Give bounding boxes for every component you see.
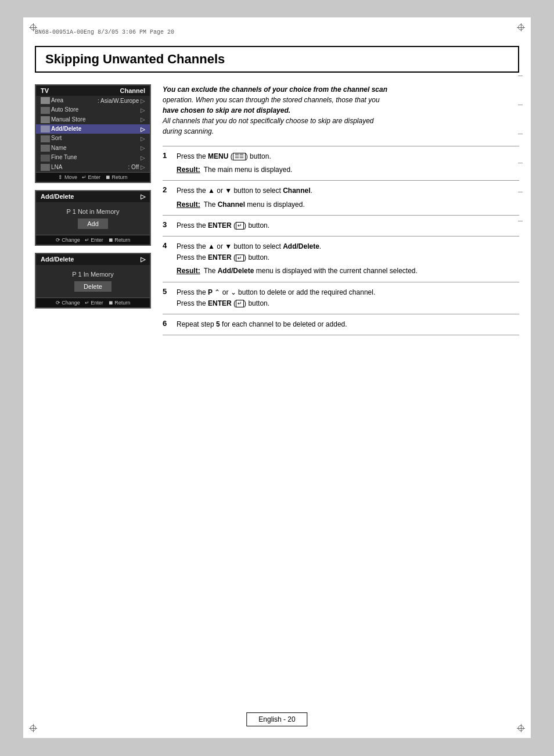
step-2-content: Press the ▲ or ▼ button to select Channe… xyxy=(177,181,519,215)
sidebar-mark-1 xyxy=(518,76,523,76)
step-6-num: 6 xyxy=(163,314,177,335)
file-header: BN68-00951A-00Eng 8/3/05 3:06 PM Page 20 xyxy=(23,29,531,40)
channel-status-1: P 1 Not in Memory xyxy=(45,208,141,215)
tv-row-area: Area : Asia/W.Europe ▷ xyxy=(36,96,150,105)
page: BN68-00951A-00Eng 8/3/05 3:06 PM Page 20… xyxy=(23,17,531,738)
screenshots-col: TV Channel Area : Asia/W.Europe ▷ Auto S… xyxy=(35,84,151,335)
crosshair-tl xyxy=(29,23,37,31)
enter-button-icon-5: ↵ xyxy=(236,300,244,307)
step-5-content: Press the P ⌃ or ⌄ button to delete or a… xyxy=(177,282,519,314)
sidebar-mark-4 xyxy=(518,163,523,163)
enter-button-icon-4: ↵ xyxy=(236,255,244,262)
step-6-row: 6 Repeat step 5 for each channel to be d… xyxy=(163,314,519,335)
sidebar-mark-3 xyxy=(518,134,523,134)
step-4-num: 4 xyxy=(163,236,177,282)
step-6-content: Repeat step 5 for each channel to be del… xyxy=(177,314,519,335)
page-number: English - 20 xyxy=(246,712,307,726)
intro-paragraph: You can exclude the channels of your cho… xyxy=(163,84,519,137)
tv-row-manual-store: Manual Store ▷ xyxy=(36,115,150,124)
step-4-row: 4 Press the ▲ or ▼ button to select Add/… xyxy=(163,236,519,282)
add-delete-nav-2: ⟳ Change ↵ Enter ⏹ Return xyxy=(36,298,150,307)
step-3-num: 3 xyxy=(163,215,177,236)
add-delete-content-1: P 1 Not in Memory Add xyxy=(36,202,150,235)
add-delete-content-2: P 1 In Memory Delete xyxy=(36,265,150,298)
step-3-row: 3 Press the ENTER (↵) button. xyxy=(163,215,519,236)
tv-nav-bar: ⇕ Move ↵ Enter ⏹ Return xyxy=(36,172,150,182)
step-1-row: 1 Press the MENU (☰☰) button. Result: Th… xyxy=(163,146,519,181)
file-header-text: BN68-00951A-00Eng 8/3/05 3:06 PM Page 20 xyxy=(35,29,174,35)
add-delete-title-2: Add/Delete ▷ xyxy=(36,254,150,265)
enter-button-icon-3: ↵ xyxy=(236,222,244,230)
instructions-col: You can exclude the channels of your cho… xyxy=(163,84,519,335)
title-box: Skipping Unwanted Channels xyxy=(35,46,519,73)
step-5-num: 5 xyxy=(163,282,177,314)
tv-row-lna: LNA : Off ▷ xyxy=(36,163,150,172)
add-delete-nav-1: ⟳ Change ↵ Enter ⏹ Return xyxy=(36,235,150,245)
tv-menu-title: TV Channel xyxy=(36,85,150,96)
add-delete-screenshot-2: Add/Delete ▷ P 1 In Memory Delete ⟳ Chan… xyxy=(35,253,151,309)
crosshair-bl xyxy=(29,724,37,732)
step-1-content: Press the MENU (☰☰) button. Result: The … xyxy=(177,146,519,181)
tv-menu-screenshot: TV Channel Area : Asia/W.Europe ▷ Auto S… xyxy=(35,84,151,183)
channel-status-2: P 1 In Memory xyxy=(45,271,141,278)
tv-row-add-delete: Add/Delete ▷ xyxy=(36,124,150,134)
tv-row-fine-tune: Fine Tune ▷ xyxy=(36,153,150,162)
add-delete-title-1: Add/Delete ▷ xyxy=(36,191,150,202)
add-button: Add xyxy=(78,218,108,229)
tv-row-auto-store: Auto Store ▷ xyxy=(36,105,150,114)
step-4-content: Press the ▲ or ▼ button to select Add/De… xyxy=(177,236,519,282)
main-content: TV Channel Area : Asia/W.Europe ▷ Auto S… xyxy=(23,84,531,335)
step-3-content: Press the ENTER (↵) button. xyxy=(177,215,519,236)
crosshair-br xyxy=(517,724,525,732)
add-delete-screenshot-1: Add/Delete ▷ P 1 Not in Memory Add ⟳ Cha… xyxy=(35,190,151,246)
sidebar-mark-5 xyxy=(518,192,523,192)
page-title: Skipping Unwanted Channels xyxy=(45,52,509,67)
menu-button-icon: ☰☰ xyxy=(233,153,246,160)
channel-label: Channel xyxy=(120,87,145,94)
tv-row-name: Name ▷ xyxy=(36,144,150,153)
step-1-num: 1 xyxy=(163,146,177,181)
sidebar-mark-6 xyxy=(518,221,523,221)
tv-label: TV xyxy=(41,87,49,94)
sidebar-mark-2 xyxy=(518,105,523,105)
steps-table: 1 Press the MENU (☰☰) button. Result: Th… xyxy=(163,146,519,335)
delete-button: Delete xyxy=(74,281,111,292)
crosshair-tr xyxy=(517,23,525,31)
step-2-row: 2 Press the ▲ or ▼ button to select Chan… xyxy=(163,181,519,215)
tv-row-sort: Sort ▷ xyxy=(36,134,150,143)
step-5-row: 5 Press the P ⌃ or ⌄ button to delete or… xyxy=(163,282,519,314)
step-2-num: 2 xyxy=(163,181,177,215)
